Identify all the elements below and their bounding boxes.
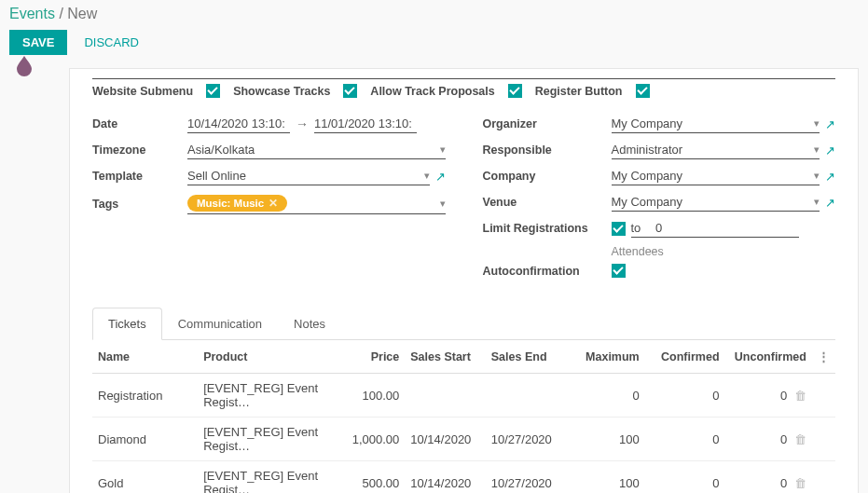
venue-select[interactable]: My Company▾ [612,193,820,212]
cell-name[interactable]: Gold [92,461,198,494]
breadcrumb-separator: / [59,6,62,21]
responsible-label: Responsible [483,144,612,157]
tag-remove-icon[interactable]: ✕ [269,197,278,210]
showcase-tracks-checkbox[interactable] [343,84,357,98]
cell-product[interactable]: [EVENT_REG] Event Regist… [198,418,341,461]
breadcrumb-leaf: New [67,6,97,21]
form-sheet: Website Submenu Showcase Tracks Allow Tr… [69,68,859,493]
save-button[interactable]: SAVE [9,30,67,55]
cell-maximum[interactable]: 0 [566,374,644,418]
register-button-label: Register Button [535,85,623,98]
cell-name[interactable]: Registration [92,374,198,418]
trash-icon[interactable]: 🗑 [794,389,806,403]
col-sales-end[interactable]: Sales End [486,340,566,374]
external-link-icon[interactable]: ↗ [825,196,835,210]
date-range-arrow-icon: → [296,116,309,131]
cell-name[interactable]: Diamond [92,418,198,461]
cell-product[interactable]: [EVENT_REG] Event Regist… [198,374,341,418]
external-link-icon[interactable]: ↗ [825,117,835,131]
date-label: Date [92,117,187,130]
cell-confirmed[interactable]: 0 [645,461,725,494]
tab-notes[interactable]: Notes [278,308,341,339]
cell-sales-end[interactable] [486,374,566,418]
table-row[interactable]: Diamond[EVENT_REG] Event Regist…1,000.00… [92,418,835,461]
cell-product[interactable]: [EVENT_REG] Event Regist… [198,461,341,494]
attendees-hint: Attendees [612,245,836,258]
col-confirmed[interactable]: Confirmed [645,340,725,374]
col-unconfirmed[interactable]: Unconfirmed [725,340,812,374]
website-submenu-label: Website Submenu [92,85,193,98]
col-maximum[interactable]: Maximum [566,340,644,374]
action-bar: SAVE DISCARD [0,26,868,68]
template-select[interactable]: Sell Online▾ [187,167,430,185]
cell-price[interactable]: 1,000.00 [341,418,405,461]
cell-price[interactable]: 500.00 [341,461,405,494]
caret-down-icon[interactable]: ▾ [814,144,820,156]
cell-price[interactable]: 100.00 [341,374,405,418]
cell-unconfirmed[interactable]: 0 🗑 [725,461,812,494]
date-start-input[interactable]: 10/14/2020 13:10: [187,115,290,133]
tag-music[interactable]: Music: Music✕ [187,195,287,212]
col-name[interactable]: Name [92,340,198,374]
website-submenu-checkbox[interactable] [206,84,220,98]
external-link-icon[interactable]: ↗ [435,170,446,184]
caret-down-icon[interactable]: ▾ [424,170,430,182]
discard-button[interactable]: DISCARD [84,35,139,49]
table-row[interactable]: Registration[EVENT_REG] Event Regist…100… [92,374,835,418]
col-sales-start[interactable]: Sales Start [405,340,485,374]
caret-down-icon[interactable]: ▾ [440,198,446,210]
cell-sales-start[interactable] [405,374,485,418]
cell-sales-start[interactable]: 10/14/2020 [405,418,485,461]
tickets-table: Name Product Price Sales Start Sales End… [92,340,835,493]
allow-track-proposals-checkbox[interactable] [508,84,522,98]
breadcrumb: Events / New [0,0,868,26]
cell-confirmed[interactable]: 0 [645,374,725,418]
company-select[interactable]: My Company▾ [612,167,820,185]
tab-communication[interactable]: Communication [162,308,278,339]
caret-down-icon[interactable]: ▾ [814,170,820,182]
cell-unconfirmed[interactable]: 0 🗑 [725,374,812,418]
cell-sales-end[interactable]: 10/27/2020 [486,461,566,494]
tags-label: Tags [92,198,187,211]
autoconfirmation-label: Autoconfirmation [483,265,612,278]
table-row[interactable]: Gold[EVENT_REG] Event Regist…500.0010/14… [92,461,835,494]
breadcrumb-root[interactable]: Events [9,6,55,21]
tags-input[interactable]: Music: Music✕ ▾ [187,193,446,214]
limit-registrations-input[interactable]: to 0 [631,219,799,238]
tab-tickets[interactable]: Tickets [92,308,162,340]
autoconfirmation-checkbox[interactable] [612,264,626,278]
caret-down-icon[interactable]: ▾ [814,196,820,208]
timezone-select[interactable]: Asia/Kolkata▾ [187,141,446,159]
showcase-tracks-label: Showcase Tracks [233,85,330,98]
cell-maximum[interactable]: 100 [566,418,644,461]
date-end-input[interactable]: 11/01/2020 13:10: [314,115,417,133]
allow-track-proposals-label: Allow Track Proposals [370,85,494,98]
col-price[interactable]: Price [341,340,405,374]
cell-sales-end[interactable]: 10/27/2020 [486,418,566,461]
organizer-label: Organizer [483,117,612,130]
register-button-checkbox[interactable] [636,84,650,98]
venue-label: Venue [483,196,612,209]
cell-maximum[interactable]: 100 [566,461,644,494]
teardrop-icon [13,54,35,76]
external-link-icon[interactable]: ↗ [825,144,835,157]
template-label: Template [92,170,187,183]
organizer-select[interactable]: My Company▾ [612,115,820,133]
tabs: Tickets Communication Notes [92,308,835,340]
cell-unconfirmed[interactable]: 0 🗑 [725,418,812,461]
cell-confirmed[interactable]: 0 [645,418,725,461]
website-submenu-row: Website Submenu Showcase Tracks Allow Tr… [92,84,835,98]
timezone-label: Timezone [92,144,187,157]
cell-sales-start[interactable]: 10/14/2020 [405,461,485,494]
caret-down-icon[interactable]: ▾ [814,117,820,130]
trash-icon[interactable]: 🗑 [794,432,806,446]
caret-down-icon[interactable]: ▾ [440,144,446,156]
limit-registrations-label: Limit Registrations [483,222,612,235]
company-label: Company [483,170,612,183]
more-columns-icon[interactable]: ⋮ [818,350,830,363]
trash-icon[interactable]: 🗑 [794,476,806,490]
limit-registrations-checkbox[interactable] [612,222,626,236]
external-link-icon[interactable]: ↗ [825,170,835,184]
responsible-select[interactable]: Administrator▾ [612,141,820,159]
col-product[interactable]: Product [198,340,341,374]
